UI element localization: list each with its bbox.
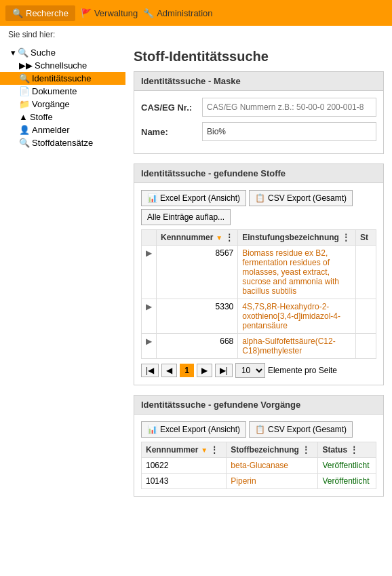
name-row: Name: xyxy=(141,122,376,141)
expand-cell[interactable]: ▶ xyxy=(142,246,157,299)
col-kennnummer-header[interactable]: Kennnummer ▼ ⋮ xyxy=(157,230,238,246)
sidebar-vorgaenge-label: Vorgänge xyxy=(32,99,70,109)
expand-cell[interactable]: ▶ xyxy=(142,299,157,334)
verwaltung-icon: 🚩 xyxy=(81,8,92,18)
kennnummer-value: 668 xyxy=(220,337,233,346)
csv-export-button[interactable]: 📋 CSV Export (Gesamt) xyxy=(249,190,353,206)
vorgaenge-table: Kennnummer ▼ ⋮ Stoffbezeichnung ⋮ xyxy=(141,442,376,489)
einstufung-cell: 4S,7S,8R-Hexahydro-2-oxothieno[3,4-d]imi… xyxy=(238,299,356,334)
sidebar-schnellsuche-label: Schnellsuche xyxy=(35,60,87,71)
cas-label: CAS/EG Nr.: xyxy=(141,102,202,113)
kennnummer-value: 8567 xyxy=(216,248,234,258)
status-cell xyxy=(356,246,376,299)
stoffe-table-header-row: Kennnummer ▼ ⋮ Einstufungsbezeichnung ⋮ xyxy=(142,230,376,246)
table-row: ▶ 668 alpha-Sulfofettsäure(C12-C18)methy… xyxy=(142,334,376,359)
search-mask-panel: Identitätssuche - Maske CAS/EG Nr.: Name… xyxy=(134,71,384,154)
csv-export-label: CSV Export (Gesamt) xyxy=(268,193,347,203)
vorgaenge-header-row: Kennnummer ▼ ⋮ Stoffbezeichnung ⋮ xyxy=(142,442,376,458)
prev-page-button[interactable]: ◀ xyxy=(161,364,177,377)
stoff-name: Piperin xyxy=(231,476,256,486)
excel-icon: 📊 xyxy=(147,425,157,434)
stoffe-icon: ▲ xyxy=(19,112,28,122)
cas-row: CAS/EG Nr.: xyxy=(141,98,376,117)
recherche-icon: 🔍 xyxy=(12,8,23,18)
sidebar-item-stoffe[interactable]: ▲ Stoffe xyxy=(0,111,125,123)
col-einstufung-header[interactable]: Einstufungsbezeichnung ⋮ xyxy=(238,230,356,246)
page-1-button[interactable]: 1 xyxy=(180,364,194,377)
content-area: Stoff-Identitätssuche Identitätssuche - … xyxy=(125,43,392,576)
recherche-label: Recherche xyxy=(26,8,68,18)
sidebar-suche-label: Suche xyxy=(31,47,56,58)
table-row: 10143 Piperin Veröffentlicht xyxy=(142,474,376,489)
einstufung-cell: alpha-Sulfofettsäure(C12-C18)methylester xyxy=(238,334,356,359)
table-row: ▶ 5330 4S,7S,8R-Hexahydro-2-oxothieno[3,… xyxy=(142,299,376,334)
einstufung-link[interactable]: alpha-Sulfofettsäure(C12-C18)methylester xyxy=(242,337,335,356)
vorgaenge-results-body: 📊 Excel Export (Ansicht) 📋 CSV Export (G… xyxy=(134,415,383,496)
stoff-link[interactable]: beta-Glucanase xyxy=(231,461,288,470)
person-icon: 👤 xyxy=(19,125,30,135)
next-page-button[interactable]: ▶ xyxy=(197,364,212,377)
page-title: Stoff-Identitätssuche xyxy=(134,49,384,64)
stoffbezeichnung-label: Stoffbezeichnung xyxy=(231,445,299,455)
sidebar-item-vorgaenge[interactable]: 📁 Vorgänge xyxy=(0,98,125,111)
sidebar-item-schnellsuche[interactable]: ▶▶ Schnellsuche xyxy=(0,59,125,72)
menu-icon[interactable]: ⋮ xyxy=(225,233,233,242)
pagination: |◀ ◀ 1 ▶ ▶| 10 25 50 Elemente pro Seite xyxy=(141,363,376,378)
administration-label: Administration xyxy=(157,8,212,18)
current-page: 1 xyxy=(184,366,189,375)
expand-cell[interactable]: ▶ xyxy=(142,334,157,359)
col-expand xyxy=(142,230,157,246)
search-icon: 🔍 xyxy=(19,73,30,83)
last-page-button[interactable]: ▶| xyxy=(215,364,233,377)
first-page-button[interactable]: |◀ xyxy=(141,364,159,377)
breadcrumb: Sie sind hier: xyxy=(0,26,392,43)
main-layout: ▾ 🔍 Suche ▶▶ Schnellsuche 🔍 Identitätssu… xyxy=(0,43,392,576)
sidebar-item-anmelder[interactable]: 👤 Anmelder xyxy=(0,123,125,136)
csv-icon: 📋 xyxy=(255,193,265,203)
tree-expand-icon: ▾ xyxy=(11,47,16,58)
stoffe-table: Kennnummer ▼ ⋮ Einstufungsbezeichnung ⋮ xyxy=(141,229,376,359)
status-value: Veröffentlicht xyxy=(322,461,369,470)
vorgaenge-results-panel: Identitätssuche - gefundene Vorgänge 📊 E… xyxy=(134,395,384,497)
table-row: 10622 beta-Glucanase Veröffentlicht xyxy=(142,458,376,474)
col-kennnummer-header[interactable]: Kennnummer ▼ ⋮ xyxy=(142,442,227,458)
cas-input[interactable] xyxy=(202,98,376,117)
excel-icon: 📊 xyxy=(147,193,157,203)
name-input[interactable] xyxy=(202,122,376,141)
menu-icon[interactable]: ⋮ xyxy=(350,445,358,455)
sidebar-item-identitaetssuche[interactable]: 🔍 Identitätssuche xyxy=(0,72,125,85)
name-label: Name: xyxy=(141,127,202,137)
vorgaenge-csv-button[interactable]: 📋 CSV Export (Gesamt) xyxy=(249,421,353,438)
administration-link[interactable]: 🔧 Administration xyxy=(143,8,212,18)
vorgaenge-excel-button[interactable]: 📊 Excel Export (Ansicht) xyxy=(141,421,246,438)
stoff-link[interactable]: Piperin xyxy=(231,476,256,486)
sidebar-item-stoffdatensaetze[interactable]: 🔍 Stoffdatensätze xyxy=(0,136,125,149)
einstufung-link[interactable]: Biomass residue ex B2, fermentation resi… xyxy=(242,248,339,296)
status-cell: Veröffentlicht xyxy=(318,458,376,474)
alle-eintraege-button[interactable]: Alle Einträge auflap... xyxy=(141,209,231,225)
arrow-icon: ▶▶ xyxy=(19,60,33,71)
per-page-select[interactable]: 10 25 50 xyxy=(235,363,265,378)
col-stoffbezeichnung-header[interactable]: Stoffbezeichnung ⋮ xyxy=(227,442,318,458)
sidebar-item-dokumente[interactable]: 📄 Dokumente xyxy=(0,85,125,98)
excel-export-button[interactable]: 📊 Excel Export (Ansicht) xyxy=(141,190,246,206)
status-value: Veröffentlicht xyxy=(322,476,369,486)
einstufung-link[interactable]: 4S,7S,8R-Hexahydro-2-oxothieno[3,4-d]imi… xyxy=(242,302,340,330)
sidebar-anmelder-label: Anmelder xyxy=(32,125,70,135)
sidebar-stoffe-label: Stoffe xyxy=(30,112,53,122)
verwaltung-link[interactable]: 🚩 Verwaltung xyxy=(81,8,138,18)
kennnummer-cell: 668 xyxy=(157,334,238,359)
menu-icon[interactable]: ⋮ xyxy=(210,445,218,455)
kennnummer-value: 10143 xyxy=(146,476,168,486)
search-mask-body: CAS/EG Nr.: Name: xyxy=(134,91,383,153)
sort-icon: ▼ xyxy=(201,446,208,454)
stoffe-toolbar: 📊 Excel Export (Ansicht) 📋 CSV Export (G… xyxy=(141,190,376,225)
stoff-name: beta-Glucanase xyxy=(231,461,288,470)
sidebar-item-suche[interactable]: ▾ 🔍 Suche xyxy=(0,46,125,59)
einstufung-menu-icon[interactable]: ⋮ xyxy=(342,233,350,242)
col-status-header[interactable]: Status ⋮ xyxy=(318,442,376,458)
einstufung-label: Einstufungsbezeichnung xyxy=(242,233,339,242)
recherche-button[interactable]: 🔍 Recherche xyxy=(5,5,75,21)
document-icon: 📄 xyxy=(19,86,30,96)
menu-icon[interactable]: ⋮ xyxy=(302,445,310,455)
